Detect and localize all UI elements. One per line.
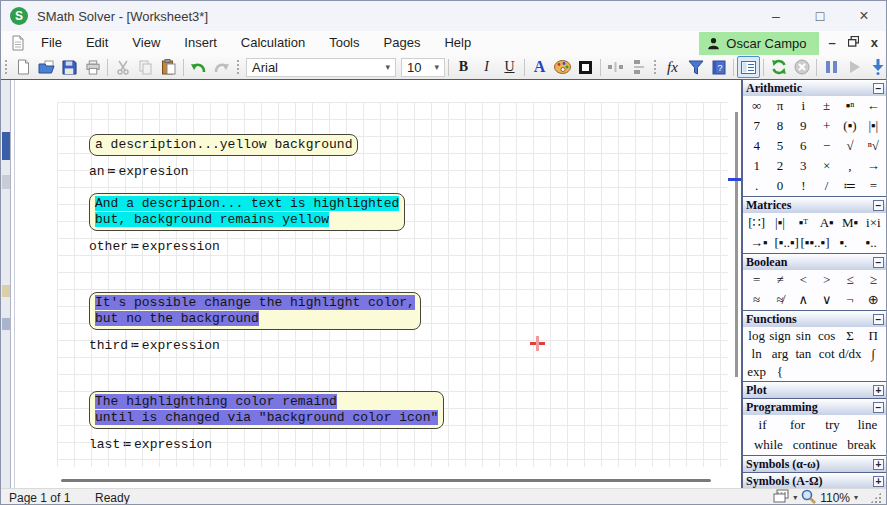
collapse-icon[interactable]: − <box>873 402 884 413</box>
open-button[interactable] <box>35 56 58 78</box>
undo-button[interactable] <box>187 56 210 78</box>
palette-button[interactable]: 3 <box>792 156 815 176</box>
highlight-color-button[interactable] <box>551 56 574 78</box>
palette-button[interactable]: ¬ <box>838 290 861 310</box>
panel-header[interactable]: Plot+ <box>743 382 887 398</box>
chevron-down-icon[interactable]: ▾ <box>854 493 858 502</box>
palette-button[interactable]: sin <box>792 327 815 345</box>
palette-button[interactable]: while <box>745 435 792 455</box>
palette-button[interactable]: ≠ <box>768 270 791 290</box>
menu-help[interactable]: Help <box>432 31 483 55</box>
recalculate-button[interactable] <box>767 56 790 78</box>
menu-edit[interactable]: Edit <box>74 31 120 55</box>
palette-button[interactable]: { <box>768 363 791 381</box>
palette-button[interactable]: cos <box>815 327 838 345</box>
background-color-button[interactable] <box>574 56 597 78</box>
zoom-icon[interactable] <box>801 489 816 505</box>
account-badge[interactable]: Oscar Campo <box>699 32 818 55</box>
note-box[interactable]: a description...yellow background <box>89 134 358 156</box>
palette-button[interactable]: / <box>815 176 838 196</box>
help-book-button[interactable]: ? <box>707 56 730 78</box>
minimize-button[interactable]: – <box>754 1 798 31</box>
horizontal-spacing-button[interactable] <box>604 56 627 78</box>
font-color-button[interactable]: A <box>528 56 551 78</box>
toolbar-grip[interactable] <box>653 59 658 75</box>
palette-button[interactable]: tan <box>792 345 815 363</box>
pause-button[interactable] <box>820 56 843 78</box>
palette-button[interactable]: (▪) <box>838 116 861 136</box>
side-panel-toggle-button[interactable] <box>737 56 760 78</box>
stop-button[interactable] <box>790 56 813 78</box>
palette-button[interactable]: ⁿ√ <box>862 136 885 156</box>
resize-grip[interactable] <box>870 492 882 504</box>
palette-button[interactable]: ▪. <box>829 233 857 253</box>
panel-header[interactable]: Boolean− <box>743 254 887 270</box>
palette-button[interactable]: ⊕ <box>862 290 885 310</box>
vertical-scrollbar[interactable] <box>735 112 738 377</box>
palette-button[interactable]: 2 <box>768 156 791 176</box>
palette-button[interactable]: π <box>768 96 791 116</box>
palette-button[interactable]: [∷] <box>745 213 768 233</box>
collapse-icon[interactable]: − <box>873 314 884 325</box>
palette-button[interactable]: A▪ <box>815 213 838 233</box>
horizontal-scrollbar[interactable] <box>61 479 711 482</box>
palette-button[interactable]: 0 <box>768 176 791 196</box>
palette-button[interactable]: √ <box>838 136 861 156</box>
menu-view[interactable]: View <box>120 31 172 55</box>
mdi-minimize-button[interactable]: – <box>829 33 836 53</box>
palette-button[interactable]: continue <box>792 435 839 455</box>
palette-button[interactable]: log <box>745 327 768 345</box>
math-expression[interactable]: third≔expression <box>89 337 220 353</box>
palette-button[interactable]: . <box>745 176 768 196</box>
italic-button[interactable]: I <box>475 56 498 78</box>
palette-button[interactable]: arg <box>768 345 791 363</box>
palette-button[interactable]: sign <box>768 327 791 345</box>
palette-button[interactable]: Σ <box>838 327 861 345</box>
palette-button[interactable]: 4 <box>745 136 768 156</box>
palette-button[interactable]: ln <box>745 345 768 363</box>
palette-button[interactable]: ▪ᵀ <box>792 213 815 233</box>
panel-header[interactable]: Functions− <box>743 311 887 327</box>
palette-button[interactable]: ∫ <box>862 345 885 363</box>
palette-button[interactable]: if <box>745 415 780 435</box>
palette-button[interactable]: ∨ <box>815 290 838 310</box>
palette-button[interactable]: ≔ <box>838 176 861 196</box>
palette-button[interactable]: = <box>745 270 768 290</box>
palette-button[interactable]: |▪| <box>768 213 791 233</box>
save-button[interactable] <box>58 56 81 78</box>
palette-button[interactable]: 1 <box>745 156 768 176</box>
palette-button[interactable]: ! <box>792 176 815 196</box>
math-expression[interactable]: last≔expression <box>89 436 212 452</box>
palette-button[interactable]: → <box>862 156 885 176</box>
play-button[interactable] <box>843 56 866 78</box>
palette-button[interactable]: ∧ <box>792 290 815 310</box>
palette-button[interactable]: ≈ <box>745 290 768 310</box>
panel-header[interactable]: Programming− <box>743 399 887 415</box>
palette-button[interactable]: [▪▪..▪] <box>801 233 830 253</box>
palette-button[interactable]: ≉ <box>768 290 791 310</box>
redo-button[interactable] <box>210 56 233 78</box>
palette-button[interactable]: 9 <box>792 116 815 136</box>
palette-button[interactable]: line <box>850 415 885 435</box>
palette-button[interactable]: M▪ <box>838 213 861 233</box>
palette-button[interactable]: ± <box>815 96 838 116</box>
math-expression[interactable]: an≔expresion <box>89 163 189 179</box>
palette-button[interactable]: ∞ <box>745 96 768 116</box>
filter-button[interactable] <box>684 56 707 78</box>
palette-button[interactable]: Π <box>862 327 885 345</box>
bold-button[interactable]: B <box>452 56 475 78</box>
vertical-spacing-button[interactable] <box>627 56 650 78</box>
palette-button[interactable]: 7 <box>745 116 768 136</box>
panel-header[interactable]: Symbols (α-ω)+ <box>743 456 887 472</box>
palette-button[interactable]: ▪.. <box>857 233 885 253</box>
palette-button[interactable]: × <box>815 156 838 176</box>
zoom-level[interactable]: 110% <box>820 491 850 505</box>
font-name-select[interactable]: Arial ▾ <box>246 58 396 77</box>
collapse-icon[interactable]: − <box>873 83 884 94</box>
palette-button[interactable]: d/dx <box>838 345 861 363</box>
palette-button[interactable]: |▪| <box>862 116 885 136</box>
maximize-button[interactable]: □ <box>798 1 842 31</box>
expand-icon[interactable]: + <box>873 459 884 470</box>
paste-button[interactable] <box>157 56 180 78</box>
underline-button[interactable]: U <box>498 56 521 78</box>
